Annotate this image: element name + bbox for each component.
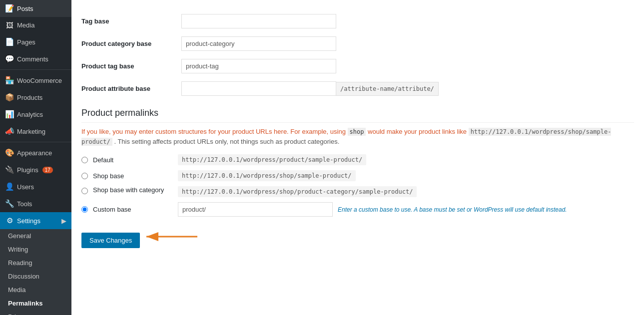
- media-icon: 🖼: [5, 21, 14, 29]
- sidebar-item-label: Users: [17, 183, 34, 191]
- pages-icon: 📄: [5, 37, 14, 46]
- shop-base-category-label[interactable]: Shop base with category: [93, 186, 173, 194]
- submenu-permalinks[interactable]: Permalinks: [0, 297, 71, 310]
- tag-base-row: Tag base: [81, 10, 634, 32]
- comments-icon: 💬: [5, 54, 14, 63]
- sidebar-item-label: Comments: [17, 55, 48, 63]
- product-category-base-input[interactable]: [181, 36, 336, 51]
- posts-icon: 📝: [5, 4, 14, 13]
- submenu-media[interactable]: Media: [0, 283, 71, 297]
- sidebar-item-label: Tools: [17, 200, 32, 208]
- plugins-badge: 17: [42, 167, 53, 173]
- permalink-option-shop-base: Shop base http://127.0.0.1/wordpress/sho…: [81, 170, 634, 181]
- sidebar-item-label: Media: [17, 21, 34, 29]
- sidebar-item-label: Appearance: [17, 149, 52, 157]
- appearance-icon: 🎨: [5, 148, 14, 157]
- shop-base-url: http://127.0.0.1/wordpress/shop/sample-p…: [178, 170, 356, 181]
- permalink-option-custom: Custom base Enter a custom base to use. …: [81, 202, 634, 217]
- users-icon: 👤: [5, 182, 14, 191]
- sidebar-item-marketing[interactable]: 📣 Marketing: [0, 123, 71, 140]
- tools-icon: 🔧: [5, 199, 14, 208]
- settings-icon: ⚙: [5, 216, 14, 225]
- custom-base-input[interactable]: [178, 202, 333, 217]
- description-code: shop: [348, 128, 366, 136]
- default-url: http://127.0.0.1/wordpress/product/sampl…: [178, 154, 366, 165]
- sidebar-item-label: Settings: [17, 217, 40, 225]
- sidebar-item-products[interactable]: 📦 Products: [0, 89, 71, 106]
- permalink-description: If you like, you may enter custom struct…: [81, 127, 634, 146]
- permalink-option-default: Default http://127.0.0.1/wordpress/produ…: [81, 154, 634, 165]
- description-after: . This setting affects product URLs only…: [114, 138, 339, 145]
- sidebar-item-label: Plugins: [17, 166, 38, 174]
- custom-base-row: Enter a custom base to use. A base must …: [178, 202, 567, 217]
- shop-base-label[interactable]: Shop base: [93, 172, 173, 180]
- product-permalinks-title: Product permalinks: [81, 108, 634, 123]
- product-attribute-base-input[interactable]: [181, 81, 336, 96]
- sidebar-item-label: Analytics: [17, 111, 43, 118]
- shop-base-radio[interactable]: [81, 173, 88, 179]
- custom-hint: Enter a custom base to use. A base must …: [338, 206, 567, 213]
- product-category-base-label: Product category base: [81, 32, 181, 55]
- sidebar-item-label: Products: [17, 94, 42, 101]
- sidebar-separator: [0, 69, 71, 70]
- arrow-annotation: [142, 229, 202, 244]
- save-section: Save Changes: [81, 225, 634, 248]
- content-area: Tag base Product category base Product t…: [71, 0, 644, 315]
- default-label[interactable]: Default: [93, 156, 173, 164]
- submenu-privacy[interactable]: Privacy: [0, 310, 71, 315]
- sidebar-item-users[interactable]: 👤 Users: [0, 178, 71, 195]
- product-tag-base-row: Product tag base: [81, 55, 634, 77]
- tag-base-input[interactable]: [181, 14, 336, 28]
- submenu-reading[interactable]: Reading: [0, 256, 71, 270]
- submenu-general[interactable]: General: [0, 229, 71, 243]
- sidebar-item-pages[interactable]: 📄 Pages: [0, 33, 71, 50]
- sidebar-item-label: Posts: [17, 5, 33, 12]
- sidebar: 📝 Posts 🖼 Media 📄 Pages 💬 Comments 🏪 Woo…: [0, 0, 71, 315]
- analytics-icon: 📊: [5, 110, 14, 119]
- product-tag-base-input[interactable]: [181, 59, 336, 73]
- sidebar-item-tools[interactable]: 🔧 Tools: [0, 195, 71, 212]
- marketing-icon: 📣: [5, 127, 14, 136]
- submenu-writing[interactable]: Writing: [0, 243, 71, 256]
- sidebar-item-label: Marketing: [17, 128, 45, 135]
- default-radio[interactable]: [81, 157, 88, 163]
- shop-base-category-url: http://127.0.0.1/wordpress/shop/product-…: [178, 186, 417, 197]
- sidebar-item-plugins[interactable]: 🔌 Plugins 17: [0, 161, 71, 178]
- sidebar-item-label: Pages: [17, 38, 35, 46]
- sidebar-separator: [0, 142, 71, 142]
- sidebar-item-woocommerce[interactable]: 🏪 WooCommerce: [0, 72, 71, 89]
- product-category-base-row: Product category base: [81, 32, 634, 55]
- shop-base-category-radio[interactable]: [81, 188, 88, 194]
- sidebar-item-settings[interactable]: ⚙ Settings ▶: [0, 212, 71, 229]
- product-attribute-base-row: Product attribute base /attribute-name/a…: [81, 77, 634, 100]
- permalink-option-shop-base-category: Shop base with category http://127.0.0.1…: [81, 186, 634, 197]
- sidebar-item-comments[interactable]: 💬 Comments: [0, 50, 71, 67]
- main-content: Tag base Product category base Product t…: [71, 0, 644, 315]
- products-icon: 📦: [5, 93, 14, 102]
- description-middle: would make your product links like: [368, 128, 469, 135]
- attribute-base-input-row: /attribute-name/attribute/: [181, 81, 634, 96]
- settings-form-table: Tag base Product category base Product t…: [81, 10, 634, 100]
- product-attribute-base-label: Product attribute base: [81, 77, 181, 100]
- product-tag-base-label: Product tag base: [81, 55, 181, 77]
- description-before: If you like, you may enter custom struct…: [81, 128, 346, 135]
- woocommerce-icon: 🏪: [5, 76, 14, 85]
- sidebar-item-label: WooCommerce: [17, 77, 62, 84]
- plugins-icon: 🔌: [5, 165, 14, 174]
- submenu-discussion[interactable]: Discussion: [0, 270, 71, 283]
- custom-base-label[interactable]: Custom base: [93, 206, 173, 213]
- tag-base-label: Tag base: [81, 10, 181, 32]
- settings-arrow: ▶: [61, 217, 66, 225]
- sidebar-item-media[interactable]: 🖼 Media: [0, 17, 71, 33]
- sidebar-item-appearance[interactable]: 🎨 Appearance: [0, 144, 71, 161]
- settings-submenu: General Writing Reading Discussion Media…: [0, 229, 71, 315]
- custom-base-radio[interactable]: [81, 206, 88, 213]
- save-changes-button[interactable]: Save Changes: [81, 233, 140, 248]
- sidebar-item-posts[interactable]: 📝 Posts: [0, 0, 71, 17]
- attribute-base-suffix: /attribute-name/attribute/: [336, 82, 439, 96]
- sidebar-item-analytics[interactable]: 📊 Analytics: [0, 106, 71, 123]
